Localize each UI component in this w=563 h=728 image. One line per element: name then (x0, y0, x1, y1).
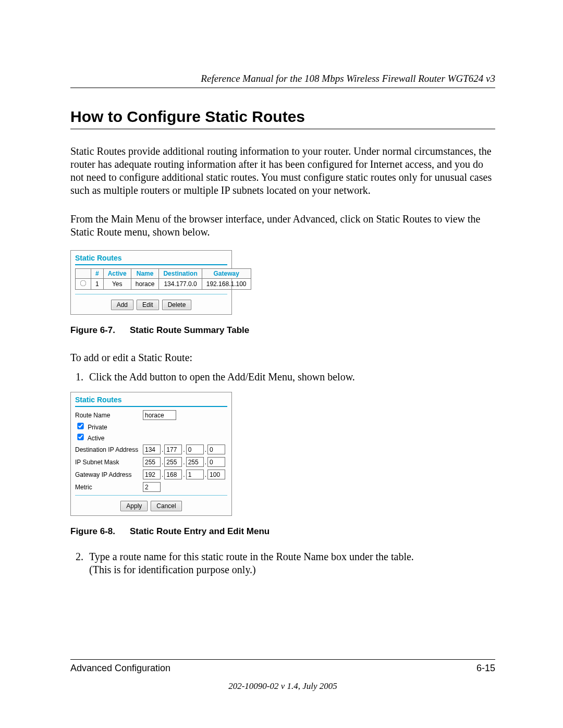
mask-octet-4[interactable] (207, 457, 225, 467)
gw-octet-2[interactable] (164, 470, 182, 479)
footer-right: 6-15 (476, 663, 495, 674)
label-private: Private (88, 424, 107, 431)
panel-title: Static Routes (75, 254, 227, 262)
page-footer: Advanced Configuration 6-15 202-10090-02… (70, 659, 495, 692)
row-metric: Metric (75, 482, 227, 492)
col-active: Active (103, 269, 131, 279)
row-gw: Gateway IP Address . . . (75, 470, 227, 479)
lead-in: To add or edit a Static Route: (70, 351, 495, 364)
mask-octet-3[interactable] (186, 457, 204, 467)
figure-6-7-panel: Static Routes # Active Name Destination … (70, 250, 232, 315)
dest-octet-3[interactable] (186, 445, 204, 454)
active-checkbox[interactable] (77, 434, 83, 440)
edit-button[interactable]: Edit (137, 300, 159, 310)
col-select (76, 269, 91, 279)
figure-text: Static Route Summary Table (130, 325, 249, 335)
mask-octet-2[interactable] (164, 457, 182, 467)
gw-octet-1[interactable] (143, 470, 161, 479)
step-2-line-1: Type a route name for this static route … (89, 551, 414, 562)
dest-octet-2[interactable] (164, 445, 182, 454)
running-header: Reference Manual for the 108 Mbps Wirele… (70, 73, 495, 88)
col-dest: Destination (159, 269, 202, 279)
figure-text: Static Route Entry and Edit Menu (130, 526, 270, 536)
row-mask: IP Subnet Mask . . . (75, 457, 227, 467)
cell-active: Yes (103, 279, 131, 290)
mask-octet-1[interactable] (143, 457, 161, 467)
col-num: # (91, 269, 104, 279)
cell-dest: 134.177.0.0 (159, 279, 202, 290)
dest-octet-4[interactable] (207, 445, 225, 454)
dest-octet-1[interactable] (143, 445, 161, 454)
cancel-button[interactable]: Cancel (151, 501, 181, 511)
apply-button[interactable]: Apply (120, 501, 148, 511)
table-row[interactable]: 1 Yes horace 134.177.0.0 192.168.1.100 (76, 279, 251, 290)
private-checkbox[interactable] (77, 423, 83, 429)
row-route-name: Route Name (75, 410, 227, 420)
step-2-line-2: (This is for identification purpose only… (89, 564, 256, 575)
row-select-radio[interactable] (80, 280, 87, 287)
gw-octet-4[interactable] (207, 470, 225, 479)
figure-label: Figure 6-8. (70, 526, 115, 536)
label-gw: Gateway IP Address (75, 471, 143, 478)
label-active: Active (88, 435, 105, 442)
figure-6-8-caption: Figure 6-8.Static Route Entry and Edit M… (70, 526, 495, 537)
figure-6-8-panel: Static Routes Route Name Private Active … (70, 392, 232, 516)
step-1: Click the Add button to open the Add/Edi… (86, 371, 495, 384)
col-gw: Gateway (202, 269, 251, 279)
figure-label: Figure 6-7. (70, 325, 115, 335)
route-name-input[interactable] (143, 410, 176, 420)
gw-octet-3[interactable] (186, 470, 204, 479)
metric-input[interactable] (143, 482, 161, 492)
step-2: Type a route name for this static route … (86, 550, 495, 576)
row-active: Active (75, 434, 227, 442)
intro-paragraph-2: From the Main Menu of the browser interf… (70, 213, 495, 239)
static-routes-table: # Active Name Destination Gateway 1 Yes … (75, 268, 251, 290)
add-button[interactable]: Add (111, 300, 133, 310)
cell-num: 1 (91, 279, 104, 290)
cell-gw: 192.168.1.100 (202, 279, 251, 290)
row-private: Private (75, 423, 227, 431)
table-header-row: # Active Name Destination Gateway (76, 269, 251, 279)
panel-title: Static Routes (75, 396, 227, 404)
label-metric: Metric (75, 484, 143, 491)
section-title: How to Configure Static Routes (70, 108, 495, 129)
label-mask: IP Subnet Mask (75, 459, 143, 466)
footer-left: Advanced Configuration (70, 663, 170, 674)
cell-name: horace (131, 279, 159, 290)
row-dest: Destination IP Address . . . (75, 445, 227, 454)
intro-paragraph-1: Static Routes provide additional routing… (70, 145, 495, 197)
label-dest: Destination IP Address (75, 446, 143, 453)
label-route-name: Route Name (75, 412, 143, 419)
figure-6-7-caption: Figure 6-7.Static Route Summary Table (70, 325, 495, 336)
col-name: Name (131, 269, 159, 279)
delete-button[interactable]: Delete (162, 300, 192, 310)
footer-docver: 202-10090-02 v 1.4, July 2005 (70, 681, 495, 692)
